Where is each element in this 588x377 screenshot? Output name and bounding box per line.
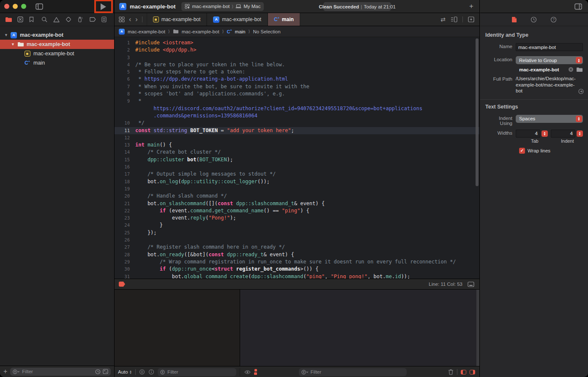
code-line-11[interactable]: 11const std::string BOT_TOKEN = "add you…	[115, 127, 479, 134]
file-inspector-icon[interactable]	[511, 16, 517, 23]
code-line-8[interactable]: 8 * scopes 'bot' and 'applications.comma…	[115, 90, 479, 98]
location-popup[interactable]: Relative to Group ▲▼	[516, 56, 583, 64]
code-line-20[interactable]: 20 /* Handle slash command */	[115, 193, 479, 200]
variables-view[interactable]	[115, 290, 240, 366]
run-button[interactable]	[96, 0, 111, 13]
code-line-wrap[interactable]: https://discord.com/oauth2/authorize?cli…	[115, 105, 479, 112]
debug-navigator-icon[interactable]	[77, 16, 85, 22]
tree-item-main[interactable]: C+main	[0, 58, 114, 68]
code-line-21[interactable]: 21 bot.on_slashcommand([](const dpp::sla…	[115, 200, 479, 207]
breakpoints-toggle-icon[interactable]	[119, 282, 125, 287]
code-line-29[interactable]: 29 /* Wrap command registration in run_o…	[115, 258, 479, 266]
breadcrumb-group[interactable]: mac-example-bot	[182, 29, 219, 34]
code-line-18[interactable]: 18 bot.on_log(dpp::utility::cout_logger(…	[115, 178, 479, 185]
new-tab-button[interactable]: +	[469, 2, 473, 11]
jump-bar[interactable]: A mac-example-bot ⟩ mac-example-bot ⟩ C+…	[115, 26, 479, 37]
tab-main-active[interactable]: C+ main	[268, 13, 300, 26]
code-line-12[interactable]: 12	[115, 134, 479, 141]
go-forward-button[interactable]: ›	[135, 16, 137, 23]
code-line-19[interactable]: 19	[115, 185, 479, 193]
variables-filter-field[interactable]: Filter	[158, 368, 236, 376]
code-line-13[interactable]: 13int main() {	[115, 141, 479, 149]
code-line-9[interactable]: 9 *	[115, 98, 479, 105]
code-line-27[interactable]: 27 /* Register slash command here in on_…	[115, 244, 479, 251]
console-scrollbar[interactable]	[476, 290, 479, 366]
toggle-inspector-icon[interactable]	[574, 3, 582, 10]
test-navigator-icon[interactable]	[66, 16, 73, 22]
code-line-14[interactable]: 14 /* Create bot cluster */	[115, 149, 479, 156]
indent-width-field[interactable]: 4	[551, 130, 575, 138]
tab-mac-example-bot-xcodeproj[interactable]: mac-example-bot	[147, 13, 207, 26]
code-line-2[interactable]: 2#include <dpp/dpp.h>	[115, 46, 479, 54]
code-line-7[interactable]: 7 * When you invite the bot, be sure to …	[115, 83, 479, 90]
issue-navigator-icon[interactable]	[53, 17, 61, 22]
code-line-23[interactable]: 23 event.reply("Pong!");	[115, 214, 479, 222]
breakpoint-navigator-icon[interactable]	[90, 17, 97, 22]
console-view[interactable]	[240, 290, 479, 366]
console-visibility-eye-icon[interactable]	[244, 370, 251, 374]
console-filter-field[interactable]: Filter	[299, 368, 407, 376]
report-navigator-icon[interactable]	[101, 16, 109, 22]
close-window-button[interactable]	[4, 4, 9, 9]
breadcrumb-project[interactable]: mac-example-bot	[128, 29, 165, 34]
disclosure-chevron-icon[interactable]: ▼	[11, 42, 15, 46]
code-review-icon[interactable]: ⇄	[440, 16, 446, 23]
code-line-26[interactable]: 26	[115, 236, 479, 244]
open-path-arrow-icon[interactable]	[578, 89, 584, 94]
scheme-selector[interactable]: mac-example-bot ⟩ My Mac	[181, 2, 264, 11]
navigator-filter-field[interactable]: Filter	[10, 368, 111, 376]
source-control-navigator-icon[interactable]	[17, 16, 25, 22]
toggle-console-panel-icon[interactable]	[470, 370, 475, 374]
tree-item-mac-example-bot[interactable]: mac-example-bot	[0, 49, 114, 58]
code-line-31[interactable]: 31 bot.global_command_create(dpp::slashc…	[115, 273, 479, 279]
variables-scope-dropdown[interactable]: Auto ▲▼	[118, 369, 132, 374]
history-inspector-icon[interactable]	[531, 16, 537, 23]
breadcrumb-file[interactable]: main	[235, 29, 246, 34]
code-line-10[interactable]: 10 */	[115, 119, 479, 127]
code-line-25[interactable]: 25 });	[115, 229, 479, 236]
tab-width-field[interactable]: 4	[516, 130, 540, 138]
code-line-16[interactable]: 16	[115, 163, 479, 171]
source-control-status-icon[interactable]	[103, 369, 108, 374]
code-line-1[interactable]: 1#include <iostream>	[115, 39, 479, 46]
project-navigator-icon[interactable]	[5, 17, 13, 22]
code-line-28[interactable]: 28 bot.on_ready([&bot](const dpp::ready_…	[115, 251, 479, 258]
code-line-6[interactable]: 6 * https://dpp.dev/creating-a-bot-appli…	[115, 76, 479, 83]
minimap-toggle-icon[interactable]	[468, 282, 474, 287]
toggle-navigator-icon[interactable]	[36, 3, 43, 10]
add-editor-icon[interactable]	[468, 16, 474, 22]
breadcrumb-selection[interactable]: No Selection	[253, 29, 280, 34]
indent-using-popup[interactable]: Spaces ▲▼	[516, 115, 583, 123]
code-line-15[interactable]: 15 dpp::cluster bot(BOT_TOKEN);	[115, 156, 479, 163]
console-output-type-icon[interactable]	[254, 369, 257, 375]
quick-help-inspector-icon[interactable]: ?	[550, 16, 557, 23]
code-line-30[interactable]: 30 if (dpp::run_once<struct register_bot…	[115, 266, 479, 273]
tree-item-mac-example-bot-selected[interactable]: ▼mac-example-bot	[0, 40, 114, 49]
name-field[interactable]: mac-example-bot	[516, 43, 583, 51]
add-file-button[interactable]: +	[3, 368, 7, 375]
indent-width-stepper[interactable]: ▲▼	[577, 130, 583, 137]
clear-console-trash-icon[interactable]	[448, 369, 454, 375]
disclosure-chevron-icon[interactable]: ▼	[4, 33, 8, 37]
tab-width-stepper[interactable]: ▲▼	[542, 130, 548, 137]
code-line-wrap[interactable]: .commands&permissions=139586816064	[115, 112, 479, 119]
clear-location-icon[interactable]	[568, 67, 574, 72]
code-line-17[interactable]: 17 /* Output simple log messages to stdo…	[115, 171, 479, 178]
adjust-editor-options-icon[interactable]	[451, 16, 457, 22]
minimize-window-button[interactable]	[13, 4, 18, 9]
find-navigator-icon[interactable]	[41, 16, 49, 22]
info-icon[interactable]	[148, 369, 154, 375]
wrap-lines-checkbox[interactable]: ✓	[519, 148, 525, 154]
recent-files-clock-icon[interactable]	[95, 369, 101, 374]
code-line-24[interactable]: 24 }	[115, 222, 479, 229]
editor-scrollbar[interactable]	[476, 38, 479, 186]
code-line-3[interactable]: 3	[115, 54, 479, 61]
hide-variables-icon[interactable]	[139, 369, 145, 375]
tab-mac-example-bot-target[interactable]: A mac-example-bot	[207, 13, 268, 26]
tree-item-mac-example-bot[interactable]: ▼Amac-example-bot	[0, 30, 114, 40]
code-line-5[interactable]: 5 * Follow steps here to get a token:	[115, 68, 479, 76]
source-editor[interactable]: 1#include <iostream>2#include <dpp/dpp.h…	[115, 37, 479, 279]
toggle-variables-panel-icon[interactable]	[461, 370, 466, 374]
code-line-22[interactable]: 22 if (event.command.get_command_name() …	[115, 207, 479, 214]
related-items-icon[interactable]	[119, 16, 125, 22]
